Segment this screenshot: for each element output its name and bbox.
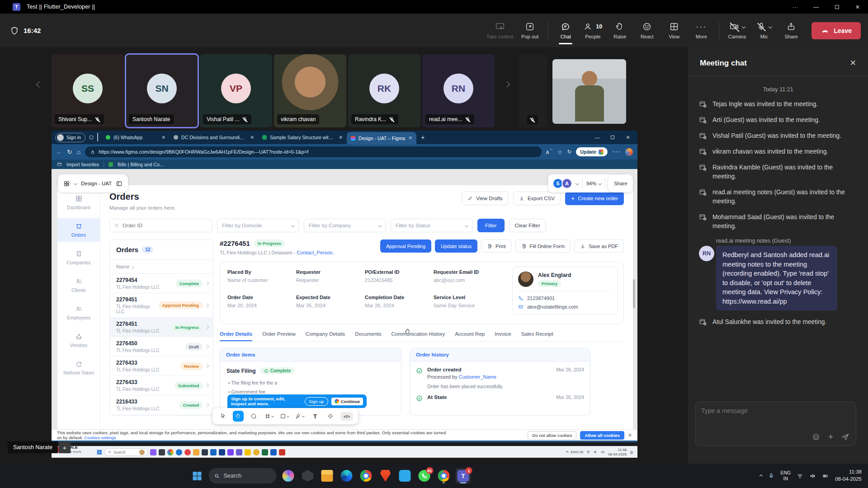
shared-taskbar-app-icon[interactable] <box>227 449 234 455</box>
approval-pending-button[interactable]: Approval Pending <box>380 239 431 253</box>
shared-taskbar-app-icon[interactable] <box>262 449 268 455</box>
tab-sales-receipt[interactable]: Sales Receipt <box>521 331 553 341</box>
tab-company-details[interactable]: Company Details <box>306 331 345 341</box>
participant-tile[interactable]: SS Shivani Sup... <box>52 54 124 127</box>
pen-tool-icon[interactable] <box>294 411 305 422</box>
canvas-scrollbar[interactable] <box>633 279 635 308</box>
column-header[interactable]: Name <box>116 264 129 269</box>
tab-invoice[interactable]: Invoice <box>495 331 511 341</box>
minimize-button[interactable]: — <box>806 0 826 14</box>
order-row[interactable]: 2276433TL Flex Holdings LLC Review <box>110 357 213 376</box>
pop-out-button[interactable]: Pop out <box>517 16 543 45</box>
create-new-order-button[interactable]: +Create new order <box>565 192 624 205</box>
browser-tab[interactable]: Sample Salary Structure with calc✕ <box>258 131 347 143</box>
view-drafts-button[interactable]: View Drafts <box>462 192 509 205</box>
shared-taskbar-app-icon[interactable] <box>210 449 217 455</box>
favorites-star-icon[interactable]: ☆ <box>557 149 563 155</box>
shared-taskbar-app-icon[interactable] <box>202 449 208 455</box>
move-tool-icon[interactable] <box>217 411 228 422</box>
close-button[interactable]: ✕ <box>847 0 868 14</box>
chat-input-box[interactable]: + <box>695 402 856 446</box>
browser-minimize-icon[interactable]: — <box>590 131 605 144</box>
sidebar-item-employees[interactable]: Employees <box>57 301 100 324</box>
participant-tile[interactable]: vikram chavan <box>274 54 346 127</box>
shared-taskbar-app-icon[interactable] <box>150 449 156 455</box>
order-row[interactable]: 2276450TL Flex Holdings LLC Draft <box>110 337 213 357</box>
clear-filter-button[interactable]: Clear Filter <box>509 219 546 232</box>
shared-taskbar-app-icon[interactable] <box>159 449 165 455</box>
order-row-selected[interactable]: 2276451TL Flex Holdings LLC In Progress <box>110 318 213 337</box>
shared-taskbar-app-icon[interactable] <box>176 449 182 455</box>
browser-maximize-icon[interactable] <box>605 131 620 144</box>
figma-share-button[interactable]: Share <box>608 174 633 192</box>
bookmark-import[interactable]: Import favorites <box>66 162 99 167</box>
shared-tray-chevron-icon[interactable] <box>566 451 569 454</box>
file-explorer-icon[interactable] <box>320 468 335 483</box>
back-icon[interactable]: ← <box>56 148 62 155</box>
cookies-settings-link[interactable]: Cookies settings <box>84 435 116 440</box>
shared-notification-icon[interactable] <box>629 450 634 455</box>
save-as-pdf-button[interactable]: Save as PDF <box>574 239 624 253</box>
collaborator-avatar[interactable]: A <box>561 178 572 189</box>
vscode-icon[interactable] <box>397 468 413 483</box>
shared-search-box[interactable]: Search <box>104 448 148 456</box>
taskbar-clock[interactable]: 11:38 08-04-2025 <box>835 469 862 483</box>
shape-tool-icon[interactable] <box>279 411 290 422</box>
browser-more-icon[interactable]: ··· <box>612 148 621 156</box>
dev-mode-icon[interactable]: </> <box>340 412 353 421</box>
order-id-search[interactable] <box>109 219 212 232</box>
tray-mic-icon[interactable] <box>768 473 774 479</box>
sync-icon[interactable]: ↻ <box>567 149 571 155</box>
tab-close-icon[interactable]: ✕ <box>339 135 343 141</box>
component-tool-icon[interactable] <box>325 411 336 422</box>
figma-menu-icon[interactable] <box>63 180 70 187</box>
whatsapp-icon[interactable]: 81 <box>417 468 432 483</box>
shared-taskbar-app-icon[interactable] <box>193 449 199 455</box>
text-tool-icon[interactable]: T <box>310 411 321 422</box>
sidebar-item-orders[interactable]: Orders <box>57 218 100 242</box>
shared-lang[interactable]: ENG IN <box>571 450 584 454</box>
chrome-profile-icon[interactable] <box>436 468 452 483</box>
wifi-icon[interactable] <box>797 473 803 479</box>
brave-icon[interactable] <box>378 468 393 483</box>
filmstrip-next-icon[interactable] <box>505 80 509 89</box>
tab-order-details[interactable]: Order Details <box>220 331 252 341</box>
edge-icon[interactable] <box>339 468 354 483</box>
mic-button[interactable]: Mic <box>751 16 777 45</box>
shared-start-icon[interactable] <box>96 449 102 455</box>
chat-close-icon[interactable]: ✕ <box>850 58 856 68</box>
taskbar-search[interactable]: Search <box>209 468 277 483</box>
tab-order-preview[interactable]: Order Preview <box>262 331 296 341</box>
figma-menu-chevron-icon[interactable] <box>74 182 77 185</box>
tab-close-icon[interactable]: ✕ <box>250 135 254 141</box>
new-tab-icon[interactable]: + <box>421 134 425 141</box>
order-row[interactable]: 2276433TL Flex Holdings LLC Submitted <box>110 376 213 395</box>
order-row[interactable]: 2279451TL Flex Holdings LLC Approval Pen… <box>110 293 213 318</box>
collab-chevron-icon[interactable] <box>576 182 579 185</box>
sign-up-button[interactable]: Sign up <box>305 397 328 406</box>
fill-online-form-button[interactable]: Fill Online Form <box>515 239 571 253</box>
participant-tile[interactable]: RK Ravindra K... <box>348 54 420 127</box>
filmstrip-prev-icon[interactable] <box>37 80 42 89</box>
filter-company-select[interactable]: Filter by Company <box>304 219 386 232</box>
allow-cookies-button[interactable]: Allow all cookies <box>580 431 624 440</box>
language-indicator[interactable]: ENGIN <box>780 470 791 481</box>
print-button[interactable]: Print <box>481 239 512 253</box>
order-id-input[interactable] <box>123 223 208 228</box>
presenter-pin-icon[interactable]: + <box>59 441 71 453</box>
tab-account-rep[interactable]: Account Rep <box>455 331 485 341</box>
teams-taskbar-icon[interactable]: T 1 <box>456 468 471 483</box>
figma-doc-title[interactable]: Design - UAT <box>81 181 112 186</box>
browser-update-button[interactable]: Update <box>576 147 608 156</box>
shared-clock[interactable]: 11:38 08-04-2025 <box>608 448 627 457</box>
share-button[interactable]: Share <box>778 16 804 45</box>
app-icon[interactable] <box>300 468 316 483</box>
comment-tool-icon[interactable] <box>248 411 259 422</box>
participant-tile[interactable]: SN Santosh Narate <box>126 54 198 127</box>
contact-email[interactable]: alex@vstatefilings.com <box>527 304 578 310</box>
raise-hand-button[interactable]: Raise <box>607 16 633 45</box>
chrome-icon[interactable] <box>359 468 374 483</box>
refresh-icon[interactable]: ↻ <box>67 148 72 155</box>
volume-icon[interactable] <box>809 473 816 479</box>
people-button[interactable]: 10 People <box>580 16 606 45</box>
